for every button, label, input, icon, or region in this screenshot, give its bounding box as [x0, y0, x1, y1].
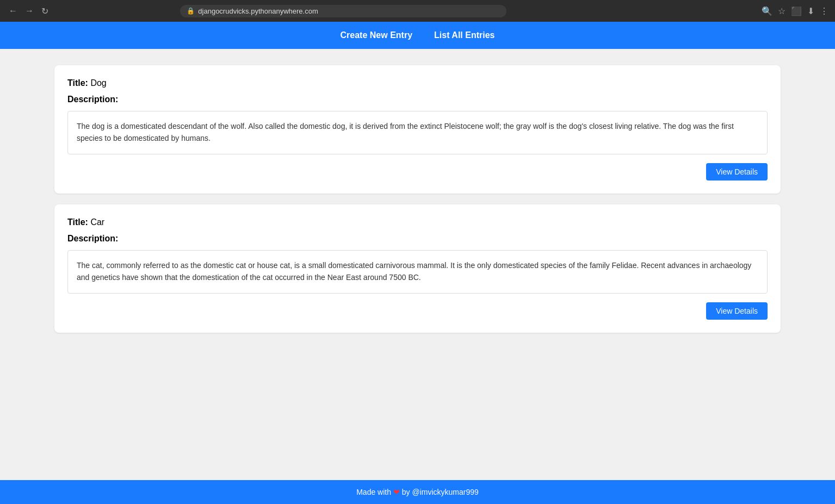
menu-icon[interactable]: ⋮: [820, 6, 828, 16]
browser-chrome: ← → ↻ 🔒 djangocrudvicks.pythonanywhere.c…: [0, 0, 835, 22]
title-label-2: Title:: [67, 217, 88, 227]
description-box-2: The cat, commonly referred to as the dom…: [67, 250, 768, 294]
title-label-1: Title:: [67, 78, 88, 88]
back-button[interactable]: ←: [7, 5, 20, 17]
main-content: Title: Dog Description: The dog is a dom…: [0, 49, 835, 480]
entry-footer-2: View Details: [67, 302, 768, 320]
title-value-2: Car: [90, 217, 104, 227]
footer: Made with ❤ by @imvickykumar999: [0, 480, 835, 504]
description-label-1: Description:: [67, 95, 768, 104]
create-new-entry-link[interactable]: Create New Entry: [341, 30, 413, 40]
heart-icon: ❤: [393, 488, 400, 496]
view-details-button-1[interactable]: View Details: [706, 163, 768, 181]
star-icon[interactable]: ☆: [778, 6, 785, 16]
navbar: Create New Entry List All Entries: [0, 22, 835, 49]
download-icon[interactable]: ⬇: [807, 6, 814, 16]
extensions-icon[interactable]: ⬛: [791, 6, 802, 16]
view-details-button-2[interactable]: View Details: [706, 302, 768, 320]
browser-nav: ← → ↻: [7, 5, 51, 17]
reload-button[interactable]: ↻: [39, 5, 51, 17]
address-bar[interactable]: 🔒 djangocrudvicks.pythonanywhere.com: [180, 5, 506, 17]
entry-title-2: Title: Car: [67, 217, 768, 227]
entry-title-1: Title: Dog: [67, 78, 768, 88]
site-info-icon: 🔒: [187, 7, 195, 15]
footer-text-after: by @imvickykumar999: [402, 488, 479, 496]
entry-footer-1: View Details: [67, 163, 768, 181]
footer-text-before: Made with: [356, 488, 391, 496]
description-box-1: The dog is a domesticated descendant of …: [67, 111, 768, 154]
browser-actions: 🔍 ☆ ⬛ ⬇ ⋮: [762, 6, 828, 16]
title-value-1: Dog: [90, 78, 106, 88]
entry-card-2: Title: Car Description: The cat, commonl…: [54, 204, 781, 333]
url-display: djangocrudvicks.pythonanywhere.com: [198, 7, 318, 15]
entry-card-1: Title: Dog Description: The dog is a dom…: [54, 65, 781, 194]
list-all-entries-link[interactable]: List All Entries: [434, 30, 494, 40]
forward-button[interactable]: →: [23, 5, 36, 17]
search-icon[interactable]: 🔍: [762, 6, 772, 16]
description-label-2: Description:: [67, 234, 768, 244]
